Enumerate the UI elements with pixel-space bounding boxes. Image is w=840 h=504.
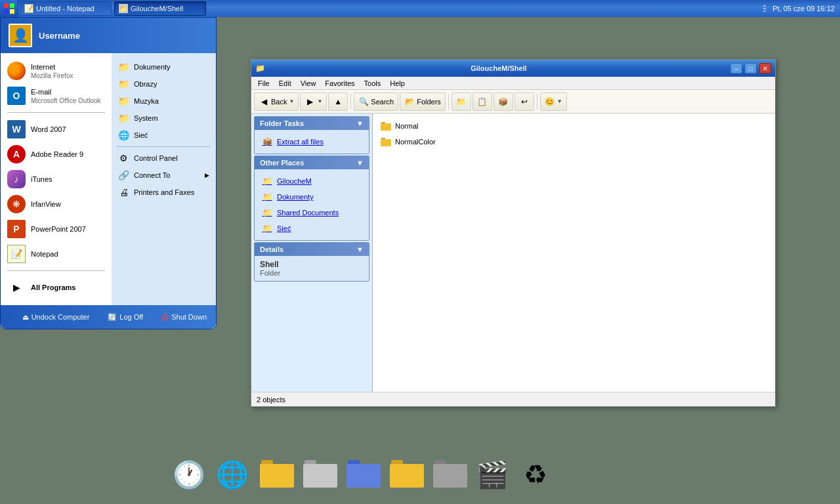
menu-divider-2 [7, 270, 105, 271]
start-menu-left: Internet Mozilla Firefox O E-mail Micros… [1, 53, 112, 305]
taskbar-task-shell[interactable]: 📁 GiloucheM/Shell [114, 1, 206, 16]
menu-item-muzyka[interactable]: 📁 Muzyka [112, 93, 216, 110]
delete-button[interactable]: ↩ [514, 93, 534, 111]
menu-item-internet[interactable]: Internet Mozilla Firefox [1, 58, 112, 83]
irfanview-icon: ❋ [7, 195, 26, 213]
menu-help[interactable]: Help [386, 79, 409, 88]
details-header[interactable]: Details ▼ [255, 243, 369, 256]
folder-tasks-body: 📦 Extract all files [255, 130, 369, 154]
menu-item-email[interactable]: O E-mail Microsoft Office Outlook [1, 83, 112, 108]
statusbar-text: 2 objects [257, 396, 285, 404]
desktop-icon-folder2[interactable] [301, 448, 337, 501]
explorer-titlebar: 📁 GiloucheM/Shell – □ ✕ [251, 60, 775, 77]
menu-item-control-panel[interactable]: ⚙ Control Panel [112, 150, 216, 167]
other-place-dokumenty[interactable]: 📁 Dokumenty [260, 189, 364, 205]
siec-icon: 🌐 [118, 129, 130, 141]
printers-icon: 🖨 [118, 186, 130, 198]
other-places-header[interactable]: Other Places ▼ [255, 156, 369, 169]
panel-other-places: Other Places ▼ 📁 GiloucheM 📁 Dokumenty 📁… [254, 156, 369, 241]
desktop-icon-folder1[interactable] [257, 448, 294, 501]
desktop-icon-folder3[interactable] [344, 448, 381, 501]
normalcolor-folder-icon [381, 136, 391, 147]
undock-button[interactable]: ⏏ Undock Computer [18, 312, 94, 323]
explorer-body: Folder Tasks ▼ 📦 Extract all files Other… [251, 114, 775, 392]
menu-edit[interactable]: Edit [275, 79, 295, 88]
start-menu-body: Internet Mozilla Firefox O E-mail Micros… [1, 53, 216, 305]
menu-item-siec[interactable]: 🌐 Sieć [112, 127, 216, 144]
minimize-button[interactable]: – [730, 63, 742, 74]
folder3-icon [346, 459, 378, 490]
menu-all-programs[interactable]: ▶ All Programs [1, 275, 112, 300]
folders-button[interactable]: 📂 Folders [400, 93, 446, 111]
menu-view[interactable]: View [297, 79, 320, 88]
menu-item-irfanview[interactable]: ❋ IrfanView [1, 192, 112, 217]
details-type: Folder [260, 269, 364, 277]
explorer-right-panel: Normal NormalColor [373, 114, 775, 392]
right-divider [117, 146, 211, 147]
logoff-button[interactable]: 🔄 Log Off [104, 312, 147, 323]
search-button[interactable]: 🔍 Search [354, 93, 398, 111]
close-button[interactable]: ✕ [759, 63, 771, 74]
file-item-normalcolor[interactable]: NormalColor [378, 135, 770, 149]
undock-icon: ⏏ [22, 313, 29, 322]
maximize-button[interactable]: □ [745, 63, 757, 74]
menu-favorites[interactable]: Favorites [321, 79, 358, 88]
folder2-icon [303, 459, 335, 490]
word-icon: W [7, 120, 26, 138]
start-button[interactable] [0, 0, 18, 17]
up-button[interactable]: ▲ [328, 93, 348, 111]
other-place-gilouche[interactable]: 📁 GiloucheM [260, 173, 364, 189]
menu-tools[interactable]: Tools [360, 79, 385, 88]
shutdown-icon: ⏻ [161, 313, 169, 321]
start-menu-header: 👤 Username [1, 18, 216, 53]
menu-item-connect-to[interactable]: 🔗 Connect To ▶ [112, 167, 216, 184]
folder4-icon [390, 459, 421, 490]
desktop-icon-recycle[interactable]: ♻ [517, 448, 554, 501]
shutdown-button[interactable]: ⏻ Shut Down [158, 312, 211, 322]
taskbar-task-notepad[interactable]: 📝 Untitled - Notepad [20, 1, 112, 16]
forward-button[interactable]: ▶ ▼ [300, 93, 327, 111]
menu-item-obrazy[interactable]: 📁 Obrazy [112, 75, 216, 93]
menu-item-notepad[interactable]: 📝 Notepad [1, 242, 112, 266]
menu-item-powerpoint[interactable]: P PowerPoint 2007 [1, 217, 112, 242]
menu-item-adobe[interactable]: A Adobe Reader 9 [1, 142, 112, 167]
desktop-icon-clock[interactable]: 🕐 [171, 448, 207, 501]
adobe-icon: A [7, 145, 26, 163]
task-extract-all-files[interactable]: 📦 Extract all files [260, 134, 364, 150]
menu-item-word[interactable]: W Word 2007 [1, 117, 112, 142]
menu-item-system[interactable]: 📁 System [112, 110, 216, 127]
muzyka-folder-icon: 📁 [118, 95, 130, 107]
clock-icon: 🕐 [173, 459, 205, 490]
new-folder-icon: 📁 [456, 96, 467, 107]
new-folder-button[interactable]: 📁 [452, 93, 471, 111]
back-button[interactable]: ◀ Back ▼ [254, 93, 299, 111]
file-item-normal[interactable]: Normal [378, 119, 770, 133]
desktop-icon-folder5[interactable] [430, 448, 467, 501]
copy-to-button[interactable]: 📋 [472, 93, 492, 111]
views-arrow: ▼ [557, 98, 562, 104]
desktop-icon-film[interactable]: 🎬 [474, 448, 511, 501]
folders-icon: 📂 [404, 96, 415, 107]
forward-icon: ▶ [304, 96, 315, 107]
start-menu-footer: ⏏ Undock Computer 🔄 Log Off ⏻ Shut Down [1, 305, 216, 329]
menu-item-itunes[interactable]: ♪ iTunes [1, 167, 112, 192]
details-collapse-icon: ▼ [356, 245, 364, 253]
move-to-button[interactable]: 📦 [494, 93, 513, 111]
folder-tasks-header[interactable]: Folder Tasks ▼ [255, 117, 369, 130]
svg-rect-1 [10, 3, 14, 8]
desktop-icon-folder4[interactable] [387, 448, 424, 501]
recycle-icon: ♻ [520, 459, 551, 490]
menu-divider [7, 112, 105, 113]
desktop-icon-globe[interactable]: 🌐 [214, 448, 251, 501]
views-button[interactable]: 😊 ▼ [540, 93, 567, 111]
search-icon: 🔍 [358, 96, 369, 107]
film-icon: 🎬 [476, 459, 508, 490]
menu-file[interactable]: File [254, 79, 274, 88]
explorer-statusbar: 2 objects [251, 392, 775, 406]
other-place-shared-documents[interactable]: 📁 Shared Documents [260, 205, 364, 220]
menu-item-dokumenty[interactable]: 📁 Dokumenty [112, 58, 216, 75]
menu-item-printers[interactable]: 🖨 Printers and Faxes [112, 184, 216, 201]
toolbar-separator-2 [448, 94, 449, 110]
other-place-siec[interactable]: 📁 Sieć [260, 220, 364, 236]
back-arrow: ▼ [289, 98, 294, 104]
